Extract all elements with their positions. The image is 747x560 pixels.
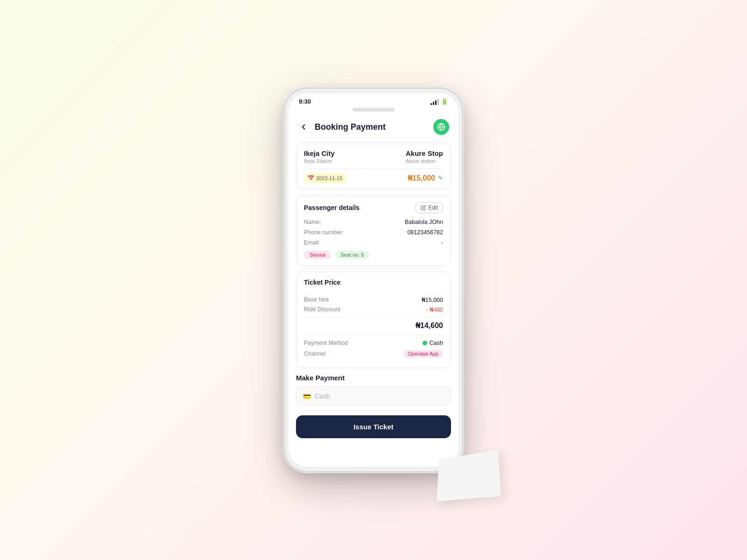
price-row: ₦15,000 ✎ (408, 174, 443, 182)
discount-row: Ride Discount - ₦400 (304, 306, 443, 313)
screen-content: Booking Payment Ikeja City (289, 113, 458, 467)
passenger-card: Passenger details Edit Name: Babalola JO… (296, 195, 451, 266)
to-stop: Akure Stop Akure station (406, 149, 443, 164)
to-city: Akure Stop (406, 149, 443, 157)
price-divider (304, 317, 443, 317)
edit-label: Edit (428, 204, 438, 211)
discount-value: - ₦400 (426, 306, 444, 313)
from-city: Ikeja City (304, 149, 335, 157)
discount-label: Ride Discount (304, 306, 340, 313)
passenger-tags: Sienna Seat no: 5 (304, 251, 443, 259)
price-card-header: Ticket Price (304, 279, 443, 291)
total-value: ₦14,600 (416, 321, 443, 330)
ticket-price-card: Ticket Price Base fare ₦15,000 Ride Disc… (296, 272, 451, 368)
phone-frame: 9:30 🔋 (285, 89, 462, 471)
from-stop: Ikeja City Ikeja Station (304, 149, 335, 164)
calendar-icon: 📅 (308, 175, 314, 181)
cash-label: Cash (430, 340, 443, 346)
payment-method-value: Cash (423, 340, 443, 346)
route-divider (304, 168, 443, 169)
cash-dot-icon (423, 341, 427, 345)
passenger-card-header: Passenger details Edit (304, 202, 443, 213)
phone-wrapper: 9:30 🔋 (285, 89, 462, 471)
base-fare-row: Base fare ₦15,000 (304, 296, 443, 303)
payment-method-label: Payment Method (304, 340, 348, 346)
make-payment-title: Make Payment (296, 374, 451, 382)
payment-method-row: Payment Method Cash (304, 340, 443, 346)
back-button[interactable] (296, 119, 311, 134)
passenger-name-row: Name: Babalola JOhn (304, 219, 443, 225)
payment-method-input[interactable]: 💳 Cash (296, 386, 451, 406)
payment-info-section: Payment Method Cash Channel Operator App (304, 335, 443, 357)
payment-input-icon: 💳 (303, 392, 311, 400)
status-bar: 9:30 🔋 (289, 93, 458, 107)
to-station: Akure station (406, 158, 443, 164)
phone-label: Phone number: (304, 229, 344, 236)
route-row: Ikeja City Ikeja Station Akure Stop Akur… (304, 149, 443, 164)
name-label: Name: (304, 219, 321, 225)
page-header: Booking Payment (289, 113, 458, 140)
route-price: ₦15,000 (408, 174, 435, 182)
channel-row: Channel Operator App (304, 350, 443, 357)
battery-icon: 🔋 (441, 98, 448, 105)
route-card: Ikeja City Ikeja Station Akure Stop Akur… (296, 142, 451, 189)
passenger-section-title: Passenger details (304, 204, 359, 211)
globe-button[interactable] (433, 119, 449, 135)
phone-screen: 9:30 🔋 (289, 93, 458, 467)
ticket-price-title: Ticket Price (304, 279, 340, 286)
date-badge: 📅 2023-11-15 (304, 174, 346, 182)
base-fare-value: ₦15,000 (422, 296, 443, 303)
trip-date: 2023-11-15 (316, 175, 342, 181)
issue-ticket-button[interactable]: Issue Ticket (296, 415, 451, 438)
passenger-email-row: Email: - (304, 239, 443, 246)
payment-input-placeholder: Cash (315, 392, 330, 400)
passenger-phone-row: Phone number: 08123456782 (304, 229, 443, 236)
from-station: Ikeja Station (304, 158, 335, 164)
route-meta: 📅 2023-11-15 ₦15,000 ✎ (304, 174, 443, 182)
total-row: ₦14,600 (304, 321, 443, 330)
edit-passenger-button[interactable]: Edit (416, 202, 443, 213)
make-payment-section: Make Payment 💳 Cash (296, 374, 451, 406)
email-value: - (441, 239, 443, 246)
name-value: Babalola JOhn (405, 219, 443, 225)
price-edit-icon[interactable]: ✎ (438, 175, 443, 182)
signal-bars-icon (430, 98, 439, 105)
email-label: Email: (304, 239, 320, 246)
base-fare-label: Base fare (304, 296, 329, 303)
vehicle-tag: Sienna (304, 251, 331, 259)
page-title: Booking Payment (315, 122, 433, 132)
status-icons: 🔋 (430, 98, 448, 105)
channel-label: Channel (304, 350, 326, 357)
status-time: 9:30 (299, 98, 311, 105)
channel-value: Operator App (403, 350, 443, 357)
phone-value: 08123456782 (408, 229, 443, 236)
notch-area (289, 107, 458, 113)
notch (352, 108, 395, 112)
seat-tag: Seat no: 5 (335, 251, 369, 259)
